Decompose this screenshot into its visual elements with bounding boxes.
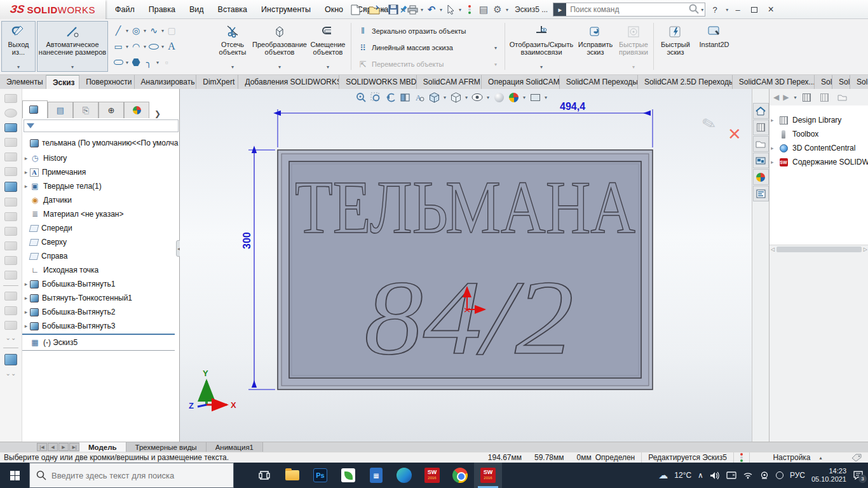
- rollback-bar[interactable]: [22, 334, 175, 335]
- surface-tool-icon[interactable]: [4, 138, 17, 147]
- photoshop-button[interactable]: Ps: [306, 463, 334, 488]
- taskpane-item-toolbox[interactable]: Toolbox: [771, 127, 868, 141]
- minimize-button[interactable]: –: [729, 3, 746, 17]
- view-settings-caret[interactable]: ▾: [545, 95, 547, 100]
- circle-caret[interactable]: ▾: [144, 28, 146, 34]
- tree-item-boss-extrude3[interactable]: ▸Бобышка-Вытянуть3: [22, 319, 180, 333]
- menu-file[interactable]: Файл: [109, 2, 140, 17]
- scrollbar-thumb[interactable]: [776, 247, 862, 252]
- rectangle-caret[interactable]: ▾: [126, 44, 128, 50]
- surface-tool-icon[interactable]: [4, 256, 17, 265]
- notification-center-icon[interactable]: 3: [853, 470, 864, 480]
- plaque-number-text[interactable]: 84/2: [364, 258, 574, 376]
- tree-item-history[interactable]: ▸◷History: [22, 151, 180, 165]
- annotation-view-icon[interactable]: A: [413, 91, 426, 104]
- help-caret[interactable]: ▾: [726, 7, 728, 13]
- slot-tool-icon[interactable]: [112, 56, 125, 69]
- surface-tool-icon[interactable]: [4, 227, 17, 236]
- trim-entities-button[interactable]: Отсечь объекты ▾: [214, 21, 252, 72]
- custom-properties-tab-icon[interactable]: [753, 186, 769, 201]
- rebuild-icon[interactable]: [463, 3, 477, 17]
- tab-solidcam-25d[interactable]: SolidCAM 2.5D Переходы: [638, 75, 733, 89]
- exit-sketch-caret[interactable]: ▾: [17, 64, 20, 70]
- settings-gear-icon[interactable]: ⚙: [491, 3, 505, 17]
- surface-tool-icon[interactable]: [4, 241, 17, 250]
- menu-edit[interactable]: Правка: [143, 2, 181, 17]
- open-document-caret[interactable]: ▾: [383, 7, 385, 13]
- linear-pattern-button[interactable]: ⠿ Линейный массив эскиза ▾: [355, 41, 501, 55]
- taskpane-item-design-library[interactable]: ▸Design Library: [771, 113, 868, 127]
- tab-features[interactable]: Элементы: [0, 75, 46, 89]
- tab-surfaces[interactable]: Поверхности: [79, 75, 134, 89]
- surface-tool-icon[interactable]: [4, 152, 17, 161]
- solidworks-2016-active-button[interactable]: SW2016: [474, 463, 502, 488]
- home-tab-icon[interactable]: [753, 103, 769, 119]
- history-caret[interactable]: ▾: [794, 95, 796, 100]
- plaque-street-text[interactable]: ТЕЛЬМАНА: [295, 166, 635, 249]
- task-view-button[interactable]: [250, 463, 278, 488]
- last-tab-button[interactable]: ▶|: [69, 443, 79, 451]
- scroll-left-arrow[interactable]: ◁: [771, 247, 775, 252]
- offset-entities-button[interactable]: Смещение объектов ▾: [308, 21, 348, 72]
- line-tool-icon[interactable]: ╱: [112, 24, 125, 37]
- menu-tools[interactable]: Инструменты: [255, 2, 316, 17]
- webcam-icon[interactable]: [759, 470, 770, 480]
- tree-item-material[interactable]: ≣Материал <не указан>: [22, 207, 180, 221]
- tree-item-annotations[interactable]: ▸AПримечания: [22, 165, 180, 179]
- solidworks-2016-button[interactable]: SW2016: [418, 463, 446, 488]
- appearance-icon[interactable]: [492, 91, 505, 104]
- featuremanager-tree-tab[interactable]: [22, 100, 48, 118]
- select-cursor-caret[interactable]: ▾: [459, 7, 461, 13]
- tab-dimxpert[interactable]: DimXpert: [196, 75, 238, 89]
- save-icon[interactable]: [386, 3, 400, 17]
- surface-tool-icon[interactable]: [4, 271, 17, 280]
- offset-caret[interactable]: ▾: [327, 64, 329, 70]
- propertymanager-tab[interactable]: ▤: [48, 102, 73, 118]
- zoom-area-icon[interactable]: [369, 91, 382, 104]
- windows-search-input[interactable]: [51, 471, 227, 480]
- new-document-icon[interactable]: [348, 3, 362, 17]
- point-tool-icon[interactable]: ▫: [160, 56, 173, 69]
- polygon-tool-icon[interactable]: [130, 56, 142, 69]
- taskpane-item-3dcontentcentral[interactable]: ▸3D ContentCentral: [771, 141, 868, 155]
- circle-tool-icon[interactable]: ◎: [130, 24, 142, 37]
- close-button[interactable]: ×: [763, 3, 779, 17]
- surface-tool-icon[interactable]: [4, 306, 17, 315]
- rectangle-tool-icon[interactable]: ▭: [112, 40, 125, 53]
- tree-item-origin[interactable]: ∟Исходная точка: [22, 263, 180, 277]
- tree-item-boss-extrude1[interactable]: ▸Бобышка-Вытянуть1: [22, 277, 180, 291]
- 3d-views-tab[interactable]: Трехмерные виды: [126, 442, 207, 452]
- file-explorer-button[interactable]: [278, 463, 306, 488]
- save-caret[interactable]: ▾: [402, 7, 404, 13]
- wifi-icon[interactable]: [743, 470, 753, 480]
- first-tab-button[interactable]: |◀: [37, 443, 47, 451]
- menu-insert[interactable]: Вставка: [212, 2, 253, 17]
- convert-entities-button[interactable]: Преобразование объектов ▾: [253, 21, 306, 72]
- tab-mbd[interactable]: SOLIDWORKS MBD: [339, 75, 417, 89]
- graphics-viewport[interactable]: ТЕЛЬМАНА 84/2 494,4 300: [180, 89, 752, 442]
- fillet-caret[interactable]: ▾: [156, 60, 159, 65]
- trim-caret[interactable]: ▾: [231, 64, 234, 70]
- dimxpertmanager-tab[interactable]: ⊕: [98, 102, 124, 118]
- tab-addins[interactable]: Добавления SOLIDWORKS: [238, 75, 339, 89]
- tree-item-boss-extrude2[interactable]: ▸Бобышка-Вытянуть2: [22, 305, 180, 319]
- slot-caret[interactable]: ▾: [126, 60, 128, 65]
- hide-show-items-icon[interactable]: [471, 91, 484, 104]
- section-view-icon[interactable]: [398, 91, 411, 104]
- view-settings-icon[interactable]: [529, 91, 541, 104]
- options-list-icon[interactable]: ▤: [477, 3, 491, 17]
- repair-sketch-button[interactable]: Исправить эскиз: [576, 21, 615, 72]
- spline-tool-icon[interactable]: ∿: [147, 24, 160, 37]
- surface-tool-icon[interactable]: [4, 212, 17, 221]
- surface-sweep-icon[interactable]: [4, 123, 17, 132]
- fillet-tool-icon[interactable]: ╮: [142, 56, 155, 69]
- command-search-input[interactable]: [566, 5, 688, 14]
- tab-sol-2[interactable]: Sol...: [832, 75, 850, 89]
- arc-caret[interactable]: ▾: [144, 44, 146, 50]
- tray-status-circle-icon[interactable]: [776, 471, 783, 479]
- print-caret[interactable]: ▾: [421, 7, 423, 13]
- tab-solidcam-afrm[interactable]: SolidCAM AFRM: [417, 75, 482, 89]
- tree-item-top-plane[interactable]: Сверху: [22, 235, 180, 249]
- coreldraw-button[interactable]: [334, 463, 362, 488]
- menu-window[interactable]: Окно: [319, 2, 349, 17]
